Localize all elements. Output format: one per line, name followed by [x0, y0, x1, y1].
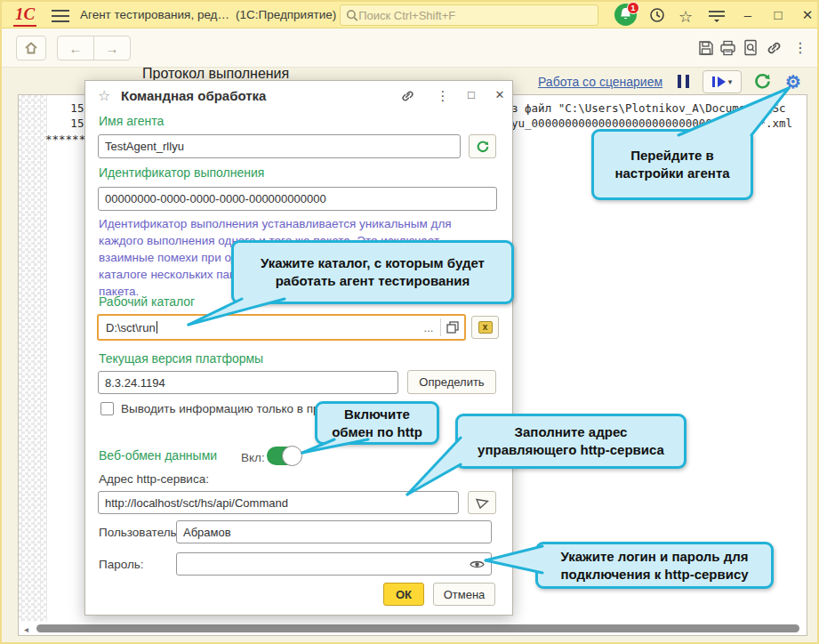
password-input[interactable]: [176, 552, 492, 576]
log-gutter: [19, 95, 47, 622]
toolbar: ← → Протокол выполнения ⋮: [2, 28, 817, 68]
dialog-more-icon[interactable]: ⋮: [434, 88, 452, 104]
back-icon: ←: [69, 41, 83, 56]
callout-http-enable: Включите обмен по http: [315, 401, 439, 445]
work-dir-input[interactable]: D:\sct\run ...: [97, 314, 466, 341]
callout-settings: Перейдите в настройки агента: [591, 129, 753, 200]
titlebar: 1С Агент тестирования, ред… (1С:Предприя…: [2, 2, 817, 28]
scenario-link[interactable]: Работа со сценарием: [538, 75, 662, 89]
back-button[interactable]: ←: [57, 36, 94, 60]
callout-http-address: Заполните адрес управляющего http-сервис…: [455, 414, 687, 469]
detect-version-button[interactable]: Определить: [407, 370, 496, 394]
service-menu-icon[interactable]: [708, 10, 726, 22]
maximize-button[interactable]: □: [770, 7, 786, 22]
send-icon: [475, 496, 489, 510]
forward-icon: →: [106, 41, 119, 56]
callout-workdir: Укажите каталог, с которым будет работат…: [231, 240, 514, 304]
agent-name-label: Имя агента: [99, 114, 164, 128]
http-address-test-button[interactable]: [468, 491, 496, 514]
save-icon[interactable]: [697, 39, 715, 57]
minimize-button[interactable]: –: [740, 7, 756, 22]
http-address-input[interactable]: [98, 491, 459, 514]
folder-x-icon: x: [478, 321, 493, 334]
notification-count-badge: 1: [627, 2, 639, 14]
hscroll-left-arrow[interactable]: ◂: [24, 624, 28, 634]
search-icon: [346, 9, 358, 22]
link-icon[interactable]: [765, 39, 783, 57]
log-text: yu_0000000000000000000000000000000000*.x…: [511, 117, 792, 130]
search-input[interactable]: [358, 9, 592, 22]
agent-settings-gear-icon[interactable]: ⚙: [785, 71, 801, 93]
work-dir-open-icon[interactable]: [441, 321, 464, 334]
command-processing-dialog: ☆ Командная обработка ⋮ □ ✕ Имя агента И…: [84, 80, 513, 616]
home-button[interactable]: [16, 36, 46, 60]
1c-logo: 1С: [13, 4, 36, 27]
cancel-button[interactable]: Отмена: [433, 583, 495, 606]
app-title-suffix: (1С:Предприятие): [236, 8, 336, 21]
home-icon: [24, 41, 38, 55]
refresh-button[interactable]: [753, 72, 772, 91]
web-exchange-toggle[interactable]: [267, 447, 301, 465]
work-dir-label: Рабочий каталог: [99, 294, 195, 309]
text-cursor: [157, 321, 157, 334]
close-button[interactable]: ✕: [799, 7, 815, 23]
agent-name-refresh-button[interactable]: [469, 134, 496, 158]
http-address-label: Адрес http-сервиса:: [99, 472, 209, 486]
user-input[interactable]: [176, 520, 492, 543]
dialog-maximize-button[interactable]: □: [462, 88, 480, 101]
toggle-state-label: Вкл:: [241, 451, 265, 464]
work-dir-browse-button[interactable]: ...: [417, 321, 440, 334]
hscroll-thumb[interactable]: [36, 624, 799, 632]
log-only-checkbox[interactable]: [100, 402, 114, 415]
forward-button[interactable]: →: [93, 36, 131, 60]
log-only-checkbox-label: Выводить информацию только в прот: [121, 402, 332, 415]
print-icon[interactable]: [719, 39, 736, 57]
run-id-input[interactable]: [98, 187, 497, 211]
main-menu-icon[interactable]: [52, 10, 69, 26]
preview-icon[interactable]: [742, 38, 759, 56]
global-search[interactable]: [340, 4, 598, 26]
app-title: Агент тестирования, ред…: [80, 8, 229, 21]
log-text: з файл "C:\Users\Plotnikov_A\Documents\S…: [511, 101, 786, 115]
dialog-link-icon[interactable]: [400, 89, 418, 103]
callout-credentials: Укажите логин и пароль для подключения к…: [535, 542, 774, 589]
platform-version-input[interactable]: [98, 371, 398, 394]
work-dir-clear-button[interactable]: x: [471, 316, 499, 339]
password-label: Пароль:: [99, 558, 144, 571]
favorite-star-icon[interactable]: ☆: [98, 87, 110, 104]
platform-version-label: Текущая версия платформы: [99, 351, 263, 366]
ok-button[interactable]: ОК: [383, 583, 424, 606]
agent-name-input[interactable]: [98, 134, 461, 158]
dialog-close-button[interactable]: ✕: [491, 88, 509, 101]
run-id-label: Идентификатор выполнения: [99, 165, 264, 180]
work-dir-value: D:\sct\run: [99, 321, 417, 334]
play-button[interactable]: ▾: [703, 70, 742, 93]
play-dropdown-caret[interactable]: ▾: [728, 77, 733, 86]
pause-button[interactable]: [678, 75, 689, 88]
more-actions-icon[interactable]: ⋮: [791, 38, 809, 56]
app-window: 1С Агент тестирования, ред… (1С:Предприя…: [0, 0, 819, 644]
user-label: Пользователь:: [99, 526, 180, 539]
history-icon[interactable]: [649, 7, 665, 23]
step-play-icon: [712, 76, 715, 87]
dialog-title: Командная обработка: [121, 88, 266, 103]
show-password-eye-icon[interactable]: [470, 559, 485, 570]
web-exchange-label: Веб-обмен данными: [99, 448, 217, 463]
favorites-star-icon[interactable]: ☆: [678, 7, 694, 27]
